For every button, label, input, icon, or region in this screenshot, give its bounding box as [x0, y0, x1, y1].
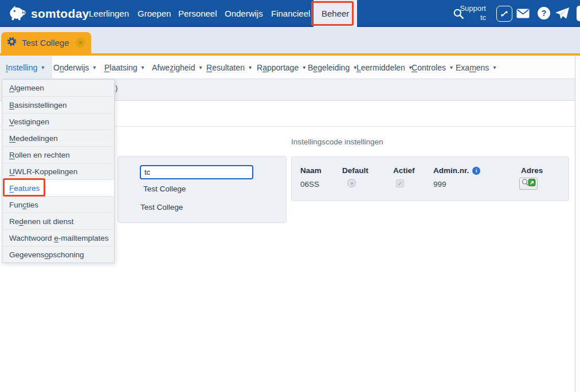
- tab-close-icon[interactable]: ✕: [76, 38, 85, 48]
- dropdown-item-functies[interactable]: Functies: [2, 196, 114, 213]
- info-icon[interactable]: i: [472, 167, 480, 175]
- support-user-label[interactable]: Support tc: [456, 4, 486, 22]
- send-plane-icon[interactable]: [554, 6, 570, 21]
- chevron-down-icon: ▾: [199, 64, 202, 70]
- nav-item-leerlingen[interactable]: Leerlingen: [89, 0, 129, 27]
- menu-label: Examens: [456, 63, 489, 72]
- col-header-naam: Naam: [300, 166, 322, 175]
- instellingscode-table-panel: Naam Default Actief Admin.nr. i Adres 06…: [291, 156, 569, 201]
- dropdown-item-vestigingen[interactable]: Vestigingen: [2, 113, 114, 130]
- dropdown-item-gegevensopschoning[interactable]: Gegevensopschoning: [2, 246, 114, 262]
- chevron-down-icon: ▾: [93, 64, 96, 70]
- menu-label: Instelling: [6, 63, 37, 72]
- dropdown-item-wachtwoord-emailtemplates[interactable]: Wachtwoord e-mailtemplates: [2, 229, 114, 246]
- menu-label: Onderwijs: [53, 63, 89, 72]
- tab-title: Test College: [22, 38, 69, 48]
- instelling-search-input[interactable]: [140, 165, 253, 179]
- menu-label: Rapportage: [257, 63, 299, 72]
- menu-item-leermiddelen[interactable]: Leermiddelen ▾: [356, 56, 412, 79]
- menu-label: Plaatsing: [104, 63, 138, 72]
- dropdown-item-rollen-en-rechten[interactable]: Rollen en rechten: [2, 146, 114, 163]
- chevron-down-icon: ▾: [142, 64, 144, 70]
- menu-label: Resultaten: [206, 63, 245, 72]
- nav-item-financieel[interactable]: Financieel: [271, 0, 310, 27]
- fullscreen-expand-icon[interactable]: [496, 6, 512, 22]
- default-radio-disabled: [347, 179, 356, 187]
- nav-item-beheer-active[interactable]: Beheer: [313, 0, 357, 27]
- chevron-down-icon: ▾: [303, 64, 305, 70]
- col-header-adres: Adres: [521, 166, 543, 175]
- chevron-down-icon: ▾: [450, 64, 453, 70]
- nav-item-personeel[interactable]: Personeel: [178, 0, 217, 27]
- col-header-actief: Actief: [393, 166, 415, 175]
- col-header-admin-nr: Admin.nr. i: [433, 166, 480, 175]
- open-tabs-row: Test College ✕: [0, 27, 580, 53]
- help-icon[interactable]: ?: [538, 7, 550, 19]
- menu-item-rapportage[interactable]: Rapportage ▾: [257, 56, 305, 79]
- dropdown-item-basisinstellingen[interactable]: Basisinstellingen: [2, 96, 114, 113]
- col-header-default: Default: [342, 166, 369, 175]
- menu-item-controles[interactable]: Controles ▾: [412, 56, 453, 79]
- menu-label: Afwezigheid: [152, 63, 195, 72]
- somtoday-logo[interactable]: somtoday: [8, 4, 89, 23]
- search-suggestion-item[interactable]: Test College: [143, 185, 186, 193]
- piggy-bank-logo-icon: [8, 4, 26, 23]
- map-lookup-icon: [522, 178, 536, 189]
- menu-item-afwezigheid[interactable]: Afwezigheid ▾: [152, 56, 202, 79]
- actief-checkbox-checked-disabled: ✓: [396, 179, 404, 187]
- chevron-down-icon: ▾: [249, 64, 252, 70]
- instellingscode-heading: Instellingscode instellingen: [291, 138, 383, 146]
- menu-label: Controles: [412, 63, 446, 72]
- instelling-search-panel: Test College Test College: [117, 156, 287, 223]
- dropdown-item-features[interactable]: Features: [2, 179, 114, 196]
- clipped-edge-icon[interactable]: [577, 6, 580, 21]
- dropdown-item-mededelingen[interactable]: Mededelingen: [2, 130, 114, 146]
- logo-wordmark: somtoday: [31, 7, 89, 21]
- menu-item-examens[interactable]: Examens ▾: [456, 56, 496, 79]
- nav-item-onderwijs[interactable]: Onderwijs: [225, 0, 263, 27]
- support-label: Support: [456, 4, 486, 13]
- dropdown-item-uwlr-koppelingen[interactable]: UWLR-Koppelingen: [2, 163, 114, 179]
- menu-item-begeleiding[interactable]: Begeleiding ▾: [308, 56, 356, 79]
- menu-item-onderwijs[interactable]: Onderwijs ▾: [53, 56, 96, 79]
- cell-admin-nr-value: 999: [433, 180, 446, 189]
- somtoday-app-window: somtoday Leerlingen Groepen Personeel On…: [0, 0, 580, 392]
- menu-item-instelling[interactable]: Instelling ▾: [0, 56, 52, 79]
- vertical-scrollbar[interactable]: [575, 56, 580, 392]
- cell-naam-value: 06SS: [300, 180, 319, 189]
- menu-item-plaatsing[interactable]: Plaatsing ▾: [104, 56, 144, 79]
- menu-label: Begeleiding: [308, 63, 350, 72]
- adres-lookup-button[interactable]: [519, 178, 538, 190]
- tab-test-college[interactable]: Test College ✕: [1, 32, 91, 53]
- selected-instelling-item[interactable]: Test College: [140, 203, 183, 211]
- menu-item-resultaten[interactable]: Resultaten ▾: [206, 56, 252, 79]
- mail-icon[interactable]: [516, 9, 530, 18]
- chevron-down-icon: ▾: [493, 64, 496, 70]
- beheer-menu-bar: Instelling ▾ Onderwijs ▾ Plaatsing ▾ Afw…: [0, 56, 580, 79]
- dropdown-item-algemeen[interactable]: Algemeen: [2, 80, 114, 96]
- hidden-text-fragment: ): [115, 84, 117, 92]
- instelling-dropdown-menu: Algemeen Basisinstellingen Vestigingen M…: [2, 79, 115, 263]
- nav-item-groepen[interactable]: Groepen: [138, 0, 171, 27]
- dropdown-item-redenen-uit-dienst[interactable]: Redenen uit dienst: [2, 213, 114, 229]
- top-navigation-bar: somtoday Leerlingen Groepen Personeel On…: [0, 0, 580, 27]
- support-username: tc: [456, 13, 486, 22]
- gear-icon: [7, 37, 17, 49]
- chevron-down-icon: ▾: [41, 64, 44, 70]
- menu-label: Leermiddelen: [356, 63, 405, 72]
